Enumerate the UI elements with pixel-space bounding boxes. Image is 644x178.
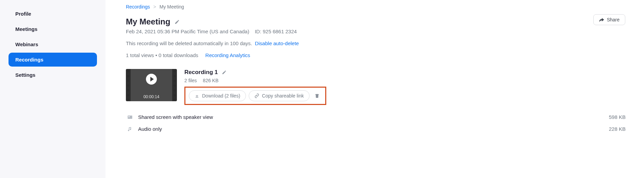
- file-row[interactable]: Shared screen with speaker view 598 KB: [126, 111, 627, 123]
- recording-total-size: 826 KB: [203, 78, 218, 83]
- trash-icon: [314, 93, 320, 99]
- copy-link-button-label: Copy shareable link: [262, 93, 304, 99]
- edit-title-button[interactable]: [175, 19, 180, 24]
- video-file-icon: [127, 115, 133, 120]
- page-title: My Meeting: [126, 17, 170, 26]
- sidebar-item-recordings[interactable]: Recordings: [9, 53, 97, 67]
- recording-file-count: 2 files: [184, 78, 197, 83]
- svg-rect-1: [128, 116, 130, 117]
- main-content: Recordings > My Meeting Share My Meeting…: [105, 0, 644, 178]
- file-size: 598 KB: [609, 114, 626, 120]
- sidebar-nav: Profile Meetings Webinars Recordings Set…: [0, 0, 105, 178]
- recording-title: Recording 1: [184, 69, 218, 76]
- file-name: Audio only: [138, 126, 604, 132]
- meeting-id: ID: 925 6861 2324: [255, 29, 297, 34]
- share-button[interactable]: Share: [593, 14, 625, 25]
- sidebar-item-profile[interactable]: Profile: [9, 7, 97, 21]
- meeting-datetime: Feb 24, 2021 05:36 PM Pacific Time (US a…: [126, 29, 249, 34]
- share-arrow-icon: [599, 18, 604, 22]
- copy-link-button[interactable]: Copy shareable link: [249, 90, 310, 101]
- download-button[interactable]: Download (2 files): [189, 90, 246, 101]
- delete-recording-button[interactable]: [312, 91, 322, 101]
- file-size: 228 KB: [609, 126, 626, 132]
- download-icon: [195, 93, 199, 98]
- play-icon: [146, 74, 157, 85]
- stats-line: 1 total views • 0 total downloads Record…: [126, 52, 627, 58]
- recording-thumbnail[interactable]: 00:00:14: [126, 69, 177, 101]
- meeting-meta: Feb 24, 2021 05:36 PM Pacific Time (US a…: [126, 29, 627, 34]
- breadcrumb-current: My Meeting: [160, 4, 184, 10]
- link-icon: [254, 93, 259, 98]
- action-highlight-box: Download (2 files) Copy shareable link: [184, 87, 326, 105]
- recording-duration: 00:00:14: [126, 94, 177, 99]
- chevron-right-icon: >: [153, 4, 156, 10]
- share-button-label: Share: [607, 17, 620, 22]
- auto-delete-text: This recording will be deleted automatic…: [126, 40, 252, 46]
- view-download-stats: 1 total views • 0 total downloads: [126, 52, 198, 58]
- sidebar-item-settings[interactable]: Settings: [9, 68, 97, 82]
- sidebar-item-webinars[interactable]: Webinars: [9, 37, 97, 51]
- edit-recording-title-button[interactable]: [222, 70, 227, 75]
- recording-analytics-link[interactable]: Recording Analytics: [205, 52, 250, 58]
- breadcrumb: Recordings > My Meeting: [126, 4, 627, 10]
- breadcrumb-root-link[interactable]: Recordings: [126, 4, 150, 10]
- file-list: Shared screen with speaker view 598 KB A…: [126, 111, 627, 135]
- audio-file-icon: [127, 126, 133, 132]
- file-name: Shared screen with speaker view: [138, 114, 604, 120]
- file-row[interactable]: Audio only 228 KB: [126, 123, 627, 135]
- auto-delete-notice: This recording will be deleted automatic…: [126, 40, 627, 46]
- disable-auto-delete-link[interactable]: Disable auto-delete: [255, 40, 299, 46]
- sidebar-item-meetings[interactable]: Meetings: [9, 22, 97, 36]
- download-button-label: Download (2 files): [202, 93, 240, 99]
- recording-card: 00:00:14 Recording 1 2 files 826 KB D: [126, 69, 627, 105]
